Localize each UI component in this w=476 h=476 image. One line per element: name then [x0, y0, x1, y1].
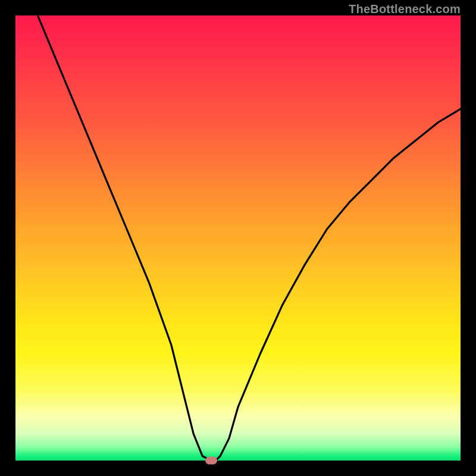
chart-frame: TheBottleneck.com	[0, 0, 476, 476]
optimum-marker	[205, 457, 217, 465]
bottleneck-curve	[15, 15, 461, 461]
plot-area	[15, 15, 461, 461]
watermark-text: TheBottleneck.com	[349, 2, 461, 16]
